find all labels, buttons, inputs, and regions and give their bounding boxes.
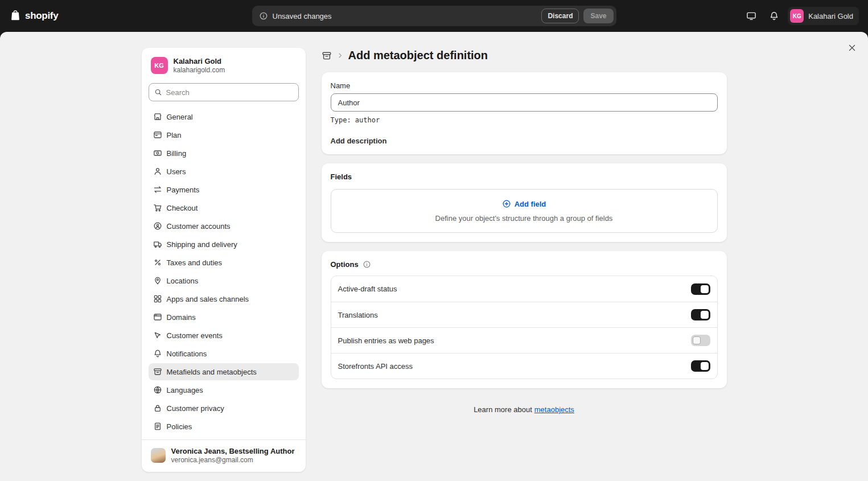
search-icon bbox=[154, 88, 162, 96]
add-field-button[interactable]: Add field bbox=[502, 199, 546, 208]
toggle-knob bbox=[701, 362, 709, 370]
sidebar-item-label: Users bbox=[167, 167, 186, 176]
toggle-translations[interactable] bbox=[691, 309, 710, 320]
store-name: Kalahari Gold bbox=[174, 57, 225, 65]
sidebar-item-label: Customer privacy bbox=[167, 404, 224, 413]
shopify-logo[interactable]: shopify bbox=[9, 9, 58, 23]
search-box bbox=[149, 83, 299, 101]
option-label: Active-draft status bbox=[338, 285, 397, 293]
sidebar-item-apps-and-sales-channels[interactable]: Apps and sales channels bbox=[149, 290, 299, 307]
sidebar-item-label: Languages bbox=[167, 386, 203, 394]
page-title: Add metaobject definition bbox=[348, 49, 488, 62]
settings-nav: GeneralPlanBillingUsersPaymentsCheckoutC… bbox=[142, 108, 306, 439]
settings-sidebar: KG Kalahari Gold kalaharigold.com Genera… bbox=[142, 48, 306, 472]
sidebar-item-languages[interactable]: Languages bbox=[149, 381, 299, 398]
discard-button[interactable]: Discard bbox=[541, 9, 579, 23]
option-label: Publish entries as web pages bbox=[338, 336, 434, 345]
option-row-storefronts-api-access: Storefronts API access bbox=[331, 353, 717, 379]
bell-icon bbox=[153, 349, 162, 358]
sidebar-item-taxes-and-duties[interactable]: Taxes and duties bbox=[149, 254, 299, 271]
option-label: Storefronts API access bbox=[338, 362, 413, 371]
checkout-icon bbox=[153, 203, 162, 212]
unsaved-changes-bar: Unsaved changes Discard Save bbox=[252, 6, 616, 26]
sidebar-item-label: Metafields and metaobjects bbox=[167, 368, 257, 376]
policies-icon bbox=[153, 422, 162, 431]
lock-icon bbox=[153, 404, 162, 413]
settings-content: Add metaobject definition Name Type: aut… bbox=[322, 48, 727, 414]
page-header: Add metaobject definition bbox=[322, 49, 727, 62]
sidebar-item-policies[interactable]: Policies bbox=[149, 418, 299, 435]
sidebar-item-label: General bbox=[167, 113, 193, 121]
learn-more: Learn more aboutmetaobjects bbox=[322, 405, 727, 414]
sidebar-item-label: Checkout bbox=[167, 204, 198, 212]
option-row-publish-entries-as-web-pages: Publish entries as web pages bbox=[331, 327, 717, 353]
name-card: Name Type: author Add description bbox=[322, 72, 727, 154]
toggle-active-draft-status[interactable] bbox=[691, 283, 710, 295]
store-icon bbox=[153, 112, 162, 121]
add-field-area: Add field Define your object's structure… bbox=[331, 189, 718, 233]
store-header: KG Kalahari Gold kalaharigold.com bbox=[142, 48, 306, 82]
sidebar-item-customer-events[interactable]: Customer events bbox=[149, 327, 299, 344]
sidebar-item-label: Customer accounts bbox=[167, 222, 231, 231]
toggle-knob bbox=[701, 285, 709, 293]
payments-icon bbox=[153, 185, 162, 194]
locations-icon bbox=[153, 276, 162, 285]
close-icon[interactable] bbox=[844, 40, 860, 56]
alert-info-icon bbox=[259, 11, 268, 20]
settings-page: KG Kalahari Gold kalaharigold.com Genera… bbox=[0, 32, 868, 481]
options-title: Options bbox=[331, 260, 359, 269]
sidebar-item-label: Shipping and delivery bbox=[167, 240, 237, 249]
users-icon bbox=[153, 167, 162, 176]
sidebar-item-domains[interactable]: Domains bbox=[149, 309, 299, 326]
user-avatar bbox=[151, 448, 166, 463]
toggle-publish-entries-as-web-pages[interactable] bbox=[691, 335, 710, 346]
info-icon[interactable] bbox=[363, 260, 371, 269]
sidebar-item-label: Domains bbox=[167, 313, 196, 322]
sidebar-item-general[interactable]: General bbox=[149, 108, 299, 125]
sidebar-item-customer-accounts[interactable]: Customer accounts bbox=[149, 217, 299, 235]
option-row-translations: Translations bbox=[331, 302, 717, 327]
user-footer[interactable]: Veronica Jeans, Bestselling Author veron… bbox=[142, 439, 306, 472]
topbar-actions: KG Kalahari Gold bbox=[742, 7, 859, 25]
monitor-icon[interactable] bbox=[742, 7, 760, 25]
add-description-button[interactable]: Add description bbox=[331, 137, 387, 145]
sidebar-item-plan[interactable]: Plan bbox=[149, 126, 299, 143]
sidebar-item-label: Notifications bbox=[167, 350, 207, 358]
metaobjects-link[interactable]: metaobjects bbox=[534, 405, 574, 414]
sidebar-item-label: Taxes and duties bbox=[167, 258, 223, 267]
taxes-icon bbox=[153, 258, 162, 267]
sidebar-item-label: Customer events bbox=[167, 331, 223, 340]
type-hint: Type: author bbox=[331, 116, 718, 124]
metaobjects-icon bbox=[153, 367, 162, 376]
name-input[interactable] bbox=[331, 93, 718, 112]
sidebar-item-notifications[interactable]: Notifications bbox=[149, 345, 299, 362]
sidebar-item-locations[interactable]: Locations bbox=[149, 272, 299, 289]
sidebar-item-label: Policies bbox=[167, 422, 192, 431]
toggle-storefronts-api-access[interactable] bbox=[691, 360, 710, 372]
sidebar-item-customer-privacy[interactable]: Customer privacy bbox=[149, 400, 299, 417]
search-input[interactable] bbox=[149, 83, 299, 101]
sidebar-item-billing[interactable]: Billing bbox=[149, 145, 299, 162]
save-button[interactable]: Save bbox=[583, 9, 613, 23]
customer-accounts-icon bbox=[153, 221, 162, 231]
sidebar-item-label: Payments bbox=[167, 186, 200, 194]
sidebar-item-payments[interactable]: Payments bbox=[149, 181, 299, 198]
sidebar-item-label: Plan bbox=[167, 131, 182, 139]
option-label: Translations bbox=[338, 311, 378, 319]
account-menu[interactable]: KG Kalahari Gold bbox=[788, 7, 859, 25]
topbar: shopify Unsaved changes Discard Save KG … bbox=[0, 0, 868, 32]
toggle-knob bbox=[701, 311, 709, 319]
fields-hint: Define your object's structure through a… bbox=[340, 214, 708, 223]
shopify-bag-icon bbox=[9, 9, 22, 23]
settings-layout: KG Kalahari Gold kalaharigold.com Genera… bbox=[142, 48, 727, 476]
options-list: Active-draft statusTranslationsPublish e… bbox=[331, 276, 718, 379]
sidebar-item-users[interactable]: Users bbox=[149, 163, 299, 180]
sidebar-item-metafields-and-metaobjects[interactable]: Metafields and metaobjects bbox=[149, 363, 299, 380]
learn-more-text: Learn more about bbox=[474, 405, 532, 414]
sidebar-item-shipping-and-delivery[interactable]: Shipping and delivery bbox=[149, 236, 299, 253]
apps-icon bbox=[153, 294, 162, 303]
notifications-bell-icon[interactable] bbox=[765, 7, 783, 25]
account-avatar: KG bbox=[790, 9, 804, 23]
sidebar-item-checkout[interactable]: Checkout bbox=[149, 199, 299, 216]
add-field-label: Add field bbox=[515, 200, 546, 208]
